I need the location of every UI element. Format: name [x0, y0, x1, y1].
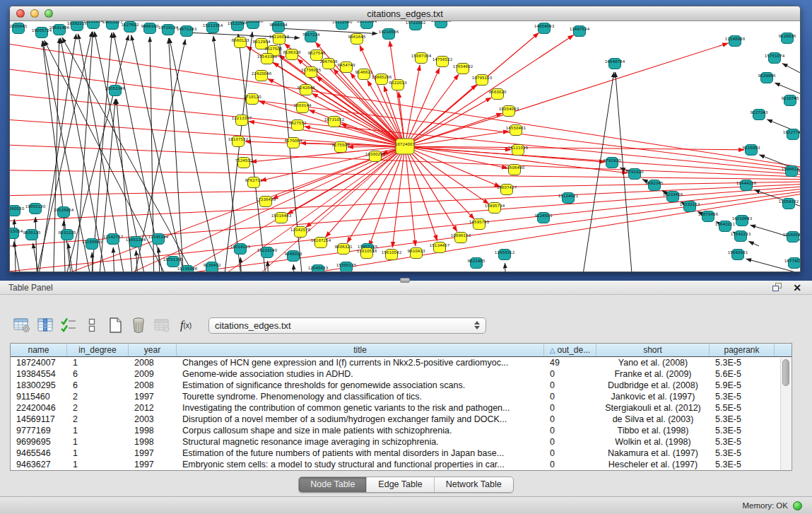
delete-columns-button[interactable]: [126, 315, 150, 336]
graph-edge: [405, 146, 605, 162]
table-panel-titlebar[interactable]: Table Panel ✕: [0, 281, 812, 295]
table-row[interactable]: 1872400712008Changes of HCN gene express…: [11, 357, 792, 368]
graph-node-label: 20053346: [105, 86, 126, 90]
graph-node-label: 21260520: [10, 206, 25, 211]
table-cell: Genome-wide association studies in ADHD.: [177, 368, 544, 380]
graph-node-label: 2803144: [294, 103, 312, 107]
graph-node-label: 12497534: [570, 27, 590, 31]
table-cell: 22420046: [11, 402, 67, 414]
graph-node-label: 7524502: [235, 158, 253, 163]
graph-node-label: 10235846: [177, 267, 198, 271]
graph-node-label: 18226058: [269, 35, 290, 39]
table-cell: 5.9E-5: [710, 380, 775, 391]
network-table-select[interactable]: citations_edges.txt: [208, 317, 486, 334]
table-cell: 14569117: [11, 414, 67, 425]
table-cell: 1: [67, 448, 129, 459]
table-row[interactable]: 946554611997Estimation of the future num…: [11, 448, 792, 459]
tab-node-table[interactable]: Node Table: [299, 477, 367, 492]
table-row[interactable]: 977716911998Corpus callosum shape and si…: [11, 425, 792, 436]
graph-node-label: 10795103: [472, 76, 493, 80]
table-cell: 1: [67, 436, 129, 448]
column-header-pagerank[interactable]: pagerank: [710, 344, 775, 356]
scrollbar-thumb[interactable]: [782, 359, 789, 386]
graph-node-label: 15495734: [485, 204, 505, 208]
table-vertical-scrollbar[interactable]: [780, 358, 791, 470]
table-row[interactable]: 2242004622012Investigating the contribut…: [11, 402, 792, 414]
network-window[interactable]: citations_edges.txt 23056411905572420691…: [9, 6, 801, 272]
graph-node-label: 18054003: [499, 107, 519, 111]
tab-network-table[interactable]: Network Table: [435, 477, 513, 492]
graph-node-label: 16223140: [257, 248, 278, 252]
column-header-year[interactable]: year: [129, 344, 177, 356]
show-column-button[interactable]: [33, 315, 57, 336]
graph-node-label: 10719134: [158, 25, 179, 30]
delete-table-button-disabled: [150, 315, 173, 336]
graph-node-label: 8186328: [283, 50, 301, 54]
float-panel-icon[interactable]: [771, 283, 784, 293]
graph-node-label: 16121025: [508, 146, 529, 150]
table-toolbar: f(x) citations_edges.txt: [10, 314, 802, 337]
graph-node-label: 18014125: [230, 245, 251, 249]
column-header-name[interactable]: name: [11, 344, 67, 356]
graph-node-label: 9227343: [751, 110, 768, 115]
table-row[interactable]: 1938455462009Genome-wide association stu…: [11, 368, 792, 380]
table-cell: 1997: [129, 391, 177, 402]
graph-node-label: 8322013: [389, 81, 407, 85]
table-cell: 5.3E-5: [710, 448, 775, 459]
network-window-titlebar[interactable]: citations_edges.txt: [10, 6, 800, 21]
graph-node-label: 14595785: [469, 220, 490, 224]
graph-node-label: 12213387: [232, 116, 252, 120]
select-all-rows-button[interactable]: [57, 315, 80, 336]
combo-stepper-icon: [474, 321, 480, 329]
table-cell: 1997: [129, 448, 177, 459]
column-header-title[interactable]: title: [177, 344, 544, 356]
zoom-window-button[interactable]: [45, 9, 53, 18]
clear-selection-button[interactable]: [80, 315, 103, 336]
column-header-out-degree[interactable]: △out_de...: [544, 344, 596, 356]
network-view-canvas[interactable]: 2305641190557242069140618382216112512541…: [10, 21, 801, 272]
table-row[interactable]: 946362711997Embryonic stem cells: a mode…: [11, 459, 792, 470]
graph-node-label: 10896153: [451, 233, 471, 238]
close-panel-icon[interactable]: ✕: [791, 283, 804, 293]
table-row[interactable]: 1830029562008Estimation of significance …: [11, 380, 792, 391]
table-row[interactable]: 969969511998Structural magnetic resonanc…: [11, 436, 792, 448]
graph-node-label: 11251254: [83, 21, 104, 23]
tab-edge-table[interactable]: Edge Table: [367, 477, 434, 492]
table-cell: Investigating the contribution of common…: [177, 402, 544, 414]
create-new-column-button[interactable]: [103, 315, 126, 336]
table-row[interactable]: 911546021997Tourette syndrome. Phenomeno…: [11, 391, 792, 402]
graph-node-label: 7957224: [302, 33, 320, 37]
graph-edge: [505, 263, 508, 272]
column-header-short[interactable]: short: [596, 344, 710, 356]
graph-node-label: 15305135: [336, 263, 357, 267]
graph-edge: [278, 28, 377, 34]
table-cell: 2: [67, 391, 129, 402]
graph-node-label: 15016443: [271, 214, 292, 218]
citation-network-graph[interactable]: 2305641190557242069140618382216112512541…: [10, 21, 801, 272]
table-row[interactable]: 1456911722003Disruption of a novel membe…: [11, 414, 792, 425]
table-cell: 19384554: [11, 368, 67, 380]
graph-node-label: 9910413: [408, 249, 425, 253]
splitter-grip[interactable]: [400, 278, 410, 283]
graph-node-label: 15643211: [715, 222, 736, 226]
table-cell: Dudbridge et al. (2008): [596, 380, 710, 391]
graph-node-label: 10607427: [497, 185, 517, 189]
table-cell: Wolkin et al. (1998): [596, 436, 710, 448]
table-cell: de Silva et al. (2003): [596, 414, 710, 425]
graph-edge: [13, 242, 30, 272]
graph-node-label: 15751074: [765, 54, 785, 58]
graph-node-label: 2305641: [10, 24, 28, 28]
graph-edge: [405, 146, 474, 219]
minimize-window-button[interactable]: [30, 9, 39, 18]
graph-node-label: 12142757: [103, 235, 124, 239]
column-header-in-degree[interactable]: in_degree: [67, 344, 129, 356]
graph-node-label: 15122540: [332, 21, 353, 24]
graph-node-label: 15051335: [163, 257, 184, 262]
table-cell: 5.3E-5: [710, 459, 775, 470]
function-builder-button[interactable]: f(x): [173, 315, 199, 336]
graph-edge: [238, 34, 271, 272]
graph-node[interactable]: [396, 139, 414, 154]
graph-node-label: 15892931: [728, 250, 748, 255]
close-window-button[interactable]: [16, 9, 25, 18]
table-mode-options-button[interactable]: [10, 315, 33, 336]
